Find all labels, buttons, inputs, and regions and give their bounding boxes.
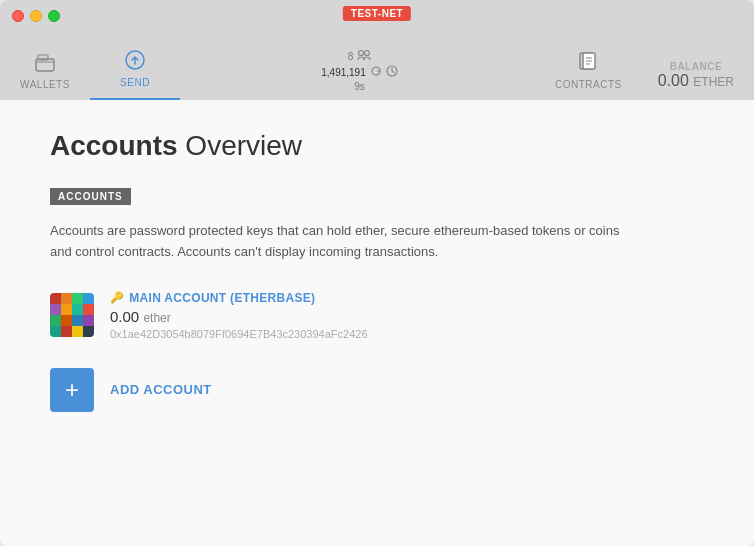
network-stats: 8 1,491,191 <box>180 49 539 100</box>
add-account-button[interactable]: + <box>50 368 94 412</box>
peers-icon <box>357 49 371 63</box>
clock-icon <box>386 65 398 79</box>
tab-contracts[interactable]: CONTRACTS <box>539 46 638 100</box>
send-icon <box>125 50 145 73</box>
account-info: 🔑 MAIN ACCOUNT (ETHERBASE) 0.00 ether 0x… <box>110 291 368 340</box>
svg-point-3 <box>359 51 364 56</box>
send-tab-label: SEND <box>120 77 150 88</box>
tab-send[interactable]: SEND <box>90 44 180 100</box>
account-name[interactable]: 🔑 MAIN ACCOUNT (ETHERBASE) <box>110 291 368 305</box>
account-address: 0x1ae42D3054b8079Ff0694E7B43c230394aFc24… <box>110 328 368 340</box>
account-balance: 0.00 ether <box>110 308 368 325</box>
testnet-badge: TEST-NET <box>343 6 411 21</box>
minimize-button[interactable] <box>30 10 42 22</box>
wallets-icon <box>35 54 55 75</box>
contracts-tab-label: CONTRACTS <box>555 79 622 90</box>
page-title: Accounts Overview <box>50 130 704 162</box>
wallets-tab-label: WALLETS <box>20 79 70 90</box>
account-item: 🔑 MAIN ACCOUNT (ETHERBASE) 0.00 ether 0x… <box>50 291 704 340</box>
contracts-icon <box>577 52 599 75</box>
close-button[interactable] <box>12 10 24 22</box>
block-count: 8 <box>348 51 354 62</box>
block-time: 9s <box>354 81 365 92</box>
avatar <box>50 293 94 337</box>
add-account-label[interactable]: ADD ACCOUNT <box>110 382 212 397</box>
key-icon: 🔑 <box>110 291 124 304</box>
balance-section: BALANCE 0.00 ETHER <box>638 53 754 100</box>
titlebar: TEST-NET WALLETS <box>0 0 754 100</box>
app-window: TEST-NET WALLETS <box>0 0 754 546</box>
accounts-section-header: ACCOUNTS <box>50 188 131 205</box>
svg-point-4 <box>365 51 370 56</box>
nav-tabs: WALLETS SEND 8 <box>0 26 754 100</box>
peer-count: 1,491,191 <box>321 67 366 78</box>
balance-label: BALANCE <box>670 61 722 72</box>
tab-wallets[interactable]: WALLETS <box>0 48 90 100</box>
balance-amount: 0.00 ETHER <box>658 72 734 90</box>
sync-icon <box>370 65 382 79</box>
add-account-row: + ADD ACCOUNT <box>50 368 704 412</box>
svg-rect-0 <box>36 59 54 71</box>
accounts-description: Accounts are password protected keys tha… <box>50 221 630 263</box>
maximize-button[interactable] <box>48 10 60 22</box>
main-content: Accounts Overview ACCOUNTS Accounts are … <box>0 100 754 546</box>
